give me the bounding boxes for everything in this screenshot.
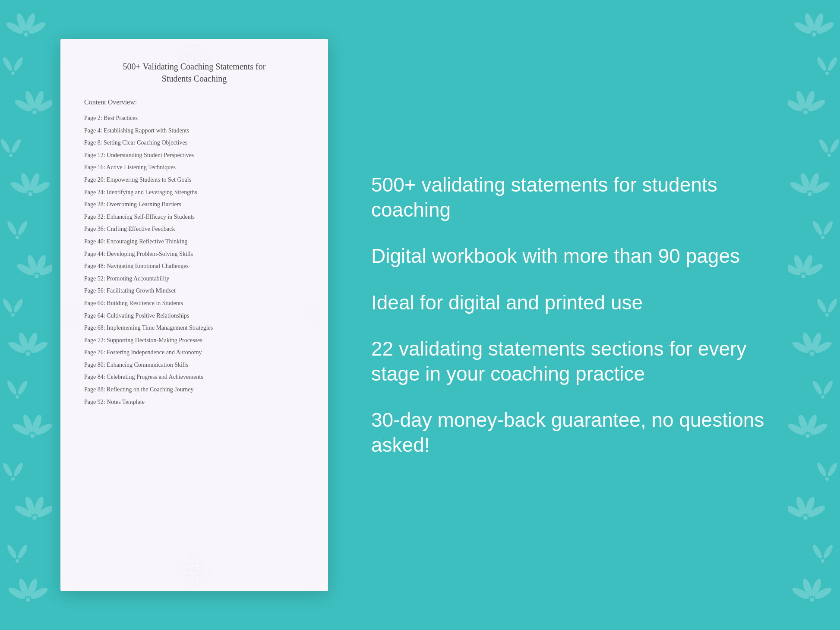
svg-point-5	[1, 56, 13, 72]
info-text-0: 500+ validating statements for students …	[371, 173, 780, 222]
svg-point-12	[32, 110, 37, 114]
toc-page-number: Page 4:	[84, 127, 102, 134]
toc-page-number: Page 68:	[84, 324, 105, 331]
toc-page-number: Page 16:	[84, 164, 105, 170]
toc-page-number: Page 20:	[84, 176, 105, 183]
svg-point-141	[311, 311, 319, 319]
info-block-1: Digital workbook with more than 90 pages	[371, 244, 780, 269]
toc-item: Page 60: Building Resilience in Students	[84, 299, 304, 308]
toc-page-number: Page 36:	[84, 226, 105, 232]
svg-point-38	[16, 380, 28, 396]
toc-item: Page 52: Promoting Accountability	[84, 274, 304, 283]
svg-point-10	[36, 98, 52, 113]
svg-point-92	[825, 313, 829, 317]
svg-point-42	[34, 422, 52, 437]
svg-point-55	[16, 559, 19, 563]
info-text-3: 22 validating statements sections for ev…	[371, 337, 780, 386]
svg-point-50	[36, 504, 52, 519]
svg-point-72	[788, 98, 804, 113]
svg-point-116	[821, 559, 824, 563]
document-title: 500+ Validating Coaching Statements for …	[84, 60, 304, 85]
svg-point-117	[801, 577, 814, 598]
svg-point-112	[788, 504, 804, 519]
toc-page-number: Page 76:	[84, 349, 105, 356]
mandala-side-left	[63, 272, 84, 358]
svg-line-138	[64, 306, 82, 324]
toc-item: Page 16: Active Listening Techniques	[84, 163, 304, 172]
toc-item: Page 80: Enhancing Communication Skills	[84, 361, 304, 369]
toc-item: Page 72: Supporting Decision-Making Proc…	[84, 336, 304, 345]
svg-point-107	[826, 462, 838, 478]
svg-point-11	[13, 98, 33, 113]
svg-point-65	[812, 32, 816, 37]
svg-point-155	[188, 552, 201, 587]
svg-point-148	[188, 563, 201, 576]
svg-line-144	[306, 306, 324, 324]
svg-point-40	[22, 413, 35, 434]
info-text-1: Digital workbook with more than 90 pages	[371, 244, 780, 269]
svg-point-33	[26, 331, 39, 352]
svg-point-106	[815, 462, 827, 478]
svg-point-56	[17, 577, 30, 598]
svg-point-111	[807, 504, 827, 519]
svg-point-154	[177, 563, 212, 576]
toc-page-number: Page 44:	[84, 251, 105, 257]
svg-point-69	[795, 90, 808, 110]
toc-item: Page 2: Best Practices	[84, 114, 304, 123]
svg-point-62	[812, 12, 825, 32]
toc-item: Page 4: Establishing Rapport with Studen…	[84, 126, 304, 135]
svg-point-48	[24, 495, 37, 516]
toc-page-number: Page 88:	[84, 386, 105, 393]
svg-point-100	[821, 395, 824, 399]
toc-item: Page 88: Reflecting on the Coaching Jour…	[84, 385, 304, 394]
toc-item: Page 64: Cultivating Positive Relationsh…	[84, 312, 304, 320]
svg-point-66	[815, 56, 827, 72]
svg-point-32	[17, 331, 30, 352]
toc-item: Page 8: Setting Clear Coaching Objective…	[84, 139, 304, 147]
svg-point-51	[13, 504, 33, 519]
document-card: 500+ Validating Coaching Statements for …	[60, 39, 328, 591]
svg-point-134	[69, 311, 78, 319]
svg-point-91	[826, 298, 838, 314]
toc-page-number: Page 52:	[84, 275, 105, 282]
svg-point-149	[192, 567, 196, 572]
floral-decoration-left	[0, 0, 52, 630]
svg-point-8	[24, 90, 37, 110]
toc-page-number: Page 80:	[84, 362, 105, 368]
svg-point-18	[32, 180, 51, 195]
toc-item: Page 68: Implementing Time Management St…	[84, 324, 304, 332]
toc-page-number: Page 24:	[84, 189, 105, 195]
svg-point-108	[825, 477, 829, 481]
toc-item: Page 12: Understanding Student Perspecti…	[84, 151, 304, 160]
svg-point-109	[795, 495, 808, 516]
svg-point-75	[828, 138, 840, 154]
info-block-3: 22 validating statements sections for ev…	[371, 337, 780, 386]
toc-page-number: Page 72:	[84, 337, 105, 343]
svg-line-137	[64, 306, 82, 324]
toc-page-number: Page 64:	[84, 312, 105, 319]
svg-point-60	[26, 598, 30, 602]
svg-point-114	[811, 544, 823, 560]
toc-page-number: Page 2:	[84, 115, 102, 121]
svg-point-15	[9, 154, 13, 157]
svg-line-152	[183, 559, 205, 580]
svg-point-16	[19, 172, 32, 192]
toc-item: Page 24: Identifying and Leveraging Stre…	[84, 188, 304, 197]
toc-page-number: Page 12:	[84, 152, 105, 158]
toc-page-number: Page 84:	[84, 374, 105, 380]
svg-point-23	[16, 236, 19, 239]
svg-point-133	[65, 306, 82, 324]
toc-item: Page 32: Enhancing Self-Efficacy in Stud…	[84, 213, 304, 221]
svg-point-52	[32, 516, 37, 520]
svg-point-58	[29, 586, 49, 601]
svg-point-9	[32, 90, 45, 110]
svg-point-36	[26, 352, 30, 356]
content-overview-label: Content Overview:	[84, 98, 304, 106]
svg-point-119	[813, 586, 833, 601]
svg-point-27	[16, 262, 35, 277]
svg-point-7	[11, 72, 15, 75]
toc-item: Page 36: Crafting Effective Feedback	[84, 225, 304, 233]
svg-point-13	[0, 138, 12, 154]
svg-point-118	[810, 577, 823, 598]
toc-page-number: Page 8:	[84, 139, 102, 146]
